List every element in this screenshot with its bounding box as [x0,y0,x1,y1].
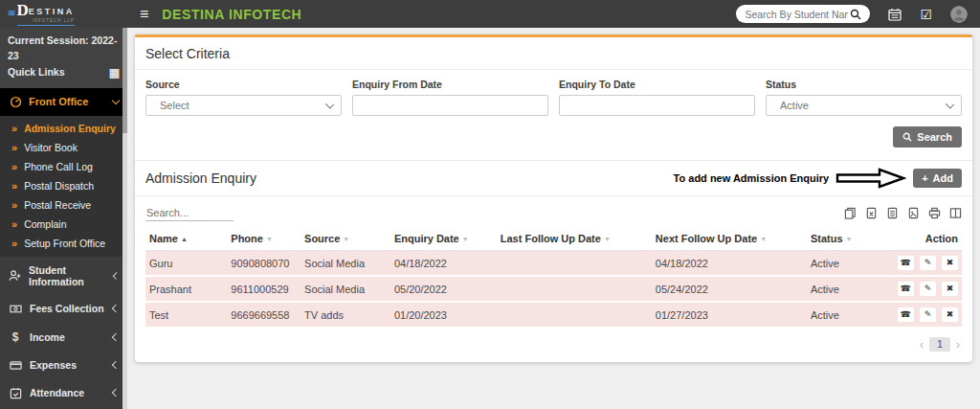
enquiry-to-date-input[interactable] [559,95,755,116]
hamburger-icon[interactable]: ≡ [140,7,148,22]
phone-icon: ☎ [901,284,911,293]
double-arrow-icon: » [11,123,17,134]
search-icon [902,132,912,142]
sidebar-item-visitor-book[interactable]: » Visitor Book [0,138,127,157]
sidebar-item-postal-dispatch[interactable]: » Postal Dispatch [0,176,127,195]
double-arrow-icon: » [11,161,17,172]
column-header-source[interactable]: Source▼ [301,226,390,251]
cell-enquiry-date: 05/20/2022 [390,276,497,302]
enquiry-from-date-input[interactable] [352,95,548,116]
edit-action-button[interactable]: ✎ [920,256,936,270]
sidebar-item-complain[interactable]: » Complain [0,215,127,234]
quick-links-grid-icon[interactable]: ▦ [109,64,120,81]
export-pdf-icon[interactable] [907,207,920,219]
chevron-left-icon [112,332,120,340]
table-header-row: Name▲ Phone▼ Source▼ Enquiry Date▼ Last … [145,226,962,251]
delete-action-button[interactable]: ✖ [942,256,958,270]
table-search-input[interactable] [145,205,234,221]
plus-icon: + [922,172,927,184]
enquiry-table: Name▲ Phone▼ Source▼ Enquiry Date▼ Last … [145,226,962,329]
column-header-phone[interactable]: Phone▼ [227,226,301,251]
sidebar-item-phone-call-log[interactable]: » Phone Call Log [0,157,127,176]
cell-enquiry-date: 01/20/2023 [390,302,497,328]
column-header-action: Action [888,226,962,251]
calendar-icon[interactable] [888,8,902,21]
pagination-prev-button[interactable]: ‹ [920,338,924,352]
edit-action-button[interactable]: ✎ [920,282,936,296]
nav-label: Expenses [30,359,77,371]
call-action-button[interactable]: ☎ [898,256,914,270]
nav-label: Fees Collection [30,303,104,314]
print-icon[interactable] [928,207,941,219]
delete-action-button[interactable]: ✖ [942,282,958,296]
sidebar: Current Session: 2022-23 Quick Links ▦ F… [0,28,127,409]
logo-area: ≋ D ESTINA INFOTECH LLP [0,0,127,28]
chevron-left-icon [112,389,120,397]
double-arrow-icon: » [11,142,17,153]
user-plus-icon [9,269,21,282]
cell-next-follow-up: 04/18/2022 [652,251,807,277]
sidebar-item-front-office[interactable]: Front Office [0,88,127,116]
delete-action-button[interactable]: ✖ [942,307,958,322]
logo-subtitle: INFOTECH LLP [8,19,75,24]
cell-last-follow-up [497,302,652,328]
dollar-icon: $ [9,330,22,344]
call-action-button[interactable]: ☎ [898,282,914,296]
status-select[interactable]: Active [766,95,962,116]
double-arrow-icon: » [11,180,17,192]
chevron-down-icon [112,96,120,103]
table-row: Guru 9090808070 Social Media 04/18/2022 … [145,251,962,277]
export-excel-icon[interactable] [865,207,878,219]
sidebar-item-income[interactable]: $ Income [0,323,127,352]
admission-enquiry-title: Admission Enquiry [145,170,256,186]
source-select[interactable]: Select [145,95,342,116]
column-visibility-icon[interactable] [949,207,962,219]
copy-icon[interactable] [844,207,857,219]
topbar-right: ☑ [736,5,980,23]
student-search-input[interactable] [745,9,848,20]
chevron-down-icon [325,100,334,108]
column-header-next-follow-up[interactable]: Next Follow Up Date▼ [652,226,807,251]
submenu-label: Complain [24,218,66,230]
sidebar-item-postal-receive[interactable]: » Postal Receive [0,195,127,215]
export-csv-icon[interactable] [886,207,899,219]
column-header-last-follow-up[interactable]: Last Follow Up Date▼ [497,226,652,251]
cell-next-follow-up: 05/24/2022 [652,276,807,302]
search-button[interactable]: Search [893,126,962,148]
student-search-box[interactable] [736,5,870,23]
sidebar-item-expenses[interactable]: Expenses [0,352,127,379]
pagination-current-page[interactable]: 1 [929,337,950,352]
double-arrow-icon: » [11,199,17,211]
sidebar-item-setup-front-office[interactable]: » Setup Front Office [0,234,127,253]
sidebar-item-fees-collection[interactable]: Fees Collection [0,295,127,323]
column-header-enquiry-date[interactable]: Enquiry Date▼ [390,226,497,251]
chevron-left-icon [112,361,120,369]
chevron-left-icon [113,272,121,280]
tasks-check-icon[interactable]: ☑ [920,8,932,21]
sidebar-item-student-information[interactable]: Student Information [0,257,127,295]
source-label: Source [145,79,342,90]
search-icon[interactable] [850,9,861,20]
app-logo[interactable]: ≋ D ESTINA INFOTECH LLP [8,2,75,26]
add-button[interactable]: + Add [913,169,962,188]
export-toolbar [844,207,962,221]
session-block: Current Session: 2022-23 Quick Links ▦ [0,28,127,88]
table-row: Prashant 9611000529 Social Media 05/20/2… [145,276,962,302]
sidebar-item-admission-enquiry[interactable]: » Admission Enquiry [0,119,127,138]
edit-action-button[interactable]: ✎ [920,307,936,322]
pagination-next-button[interactable]: › [956,338,960,352]
column-header-name[interactable]: Name▲ [145,226,227,251]
column-header-status[interactable]: Status▼ [807,226,888,251]
close-x-icon: ✖ [947,310,954,319]
logo-rest: ESTINA [29,8,75,18]
sidebar-item-attendance[interactable]: Attendance [0,379,127,407]
sort-desc-icon: ▼ [462,236,469,242]
double-arrow-icon: » [11,238,17,249]
user-avatar[interactable] [950,6,968,23]
select-criteria-title: Select Criteria [135,37,972,70]
phone-icon: ☎ [901,259,911,267]
sort-asc-icon: ▲ [181,236,188,242]
call-action-button[interactable]: ☎ [898,307,914,322]
close-x-icon: ✖ [947,284,954,293]
phone-icon: ☎ [901,310,911,319]
